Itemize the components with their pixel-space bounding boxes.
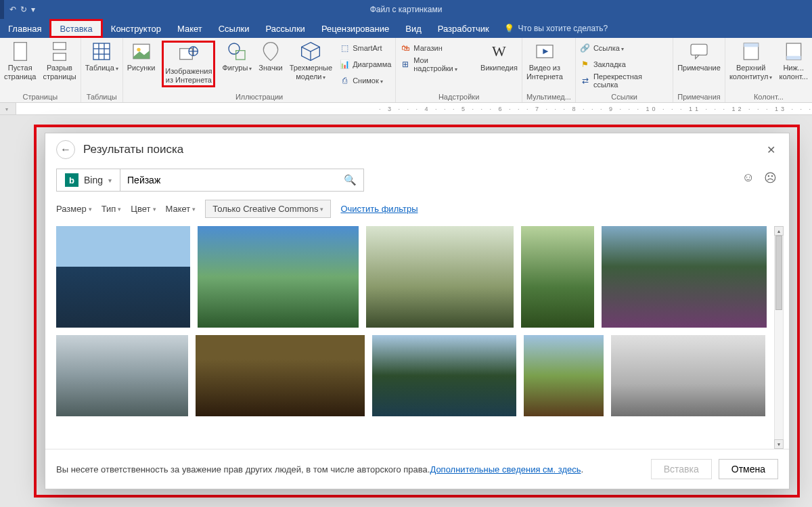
crossref-icon: ⇄ bbox=[580, 75, 591, 86]
ruler: ▾ · 3 · · · 4 · · · 5 · · · 6 · · · 7 · … bbox=[0, 103, 812, 115]
crossref-button[interactable]: ⇄Перекрестная ссылка bbox=[580, 73, 669, 88]
filter-color[interactable]: Цвет bbox=[131, 204, 156, 214]
tab-insert[interactable]: Вставка bbox=[49, 19, 102, 38]
feedback-icons: ☺ ☹ bbox=[742, 171, 777, 185]
bulb-icon: 💡 bbox=[504, 24, 514, 33]
page-break-button[interactable]: Разрыв страницы bbox=[43, 41, 76, 81]
search-input[interactable] bbox=[127, 175, 344, 185]
shapes-button[interactable]: Фигуры bbox=[222, 41, 252, 72]
titlebar: ↶ ↻ ▾ Файл с картинками bbox=[0, 0, 812, 19]
tab-design[interactable]: Конструктор bbox=[103, 19, 169, 38]
hyperlink-button[interactable]: 🔗Ссылка bbox=[580, 41, 669, 56]
screenshot-button[interactable]: ⎙Снимок bbox=[339, 73, 391, 88]
undo-icon[interactable]: ↶ bbox=[9, 5, 16, 14]
svg-rect-18 bbox=[691, 44, 707, 55]
tab-developer[interactable]: Разработчик bbox=[430, 19, 497, 38]
tell-me-label: Что вы хотите сделать? bbox=[518, 24, 608, 33]
svg-rect-2 bbox=[53, 53, 66, 61]
svg-marker-19 bbox=[696, 55, 699, 58]
svg-rect-13 bbox=[236, 51, 245, 60]
tab-layout[interactable]: Макет bbox=[169, 19, 210, 38]
svg-rect-23 bbox=[786, 56, 800, 60]
scroll-thumb[interactable] bbox=[775, 236, 782, 310]
wikipedia-icon: W bbox=[488, 41, 510, 62]
smartart-button[interactable]: ⬚SmartArt bbox=[339, 41, 391, 56]
tab-review[interactable]: Рецензирование bbox=[313, 19, 397, 38]
scroll-down-button[interactable]: ▾ bbox=[774, 439, 784, 449]
result-thumb[interactable] bbox=[198, 226, 359, 328]
result-thumb[interactable] bbox=[56, 335, 188, 416]
tell-me[interactable]: 💡 Что вы хотите сделать? bbox=[497, 19, 608, 38]
clear-filters-link[interactable]: Очистить фильтры bbox=[340, 204, 418, 214]
footer-link[interactable]: Дополнительные сведения см. здесь bbox=[430, 464, 581, 475]
results-scrollbar[interactable]: ▴ ▾ bbox=[774, 226, 784, 449]
chart-button[interactable]: 📊Диаграмма bbox=[339, 57, 391, 72]
smile-icon[interactable]: ☺ bbox=[742, 171, 754, 185]
filter-size[interactable]: Размер bbox=[56, 204, 92, 214]
group-label-comments: Примечания bbox=[677, 91, 721, 101]
frown-icon[interactable]: ☹ bbox=[764, 171, 777, 185]
online-pictures-button[interactable]: Изображения из Интернета bbox=[162, 41, 215, 87]
result-thumb[interactable] bbox=[602, 226, 767, 328]
tab-references[interactable]: Ссылки bbox=[210, 19, 258, 38]
tab-home[interactable]: Главная bbox=[0, 19, 49, 38]
footer-button[interactable]: Ниж... колонт... bbox=[779, 41, 808, 81]
search-box: 🔍 bbox=[120, 169, 364, 192]
redo-icon[interactable]: ↻ bbox=[20, 5, 27, 14]
footer-buttons: Вставка Отмена bbox=[651, 459, 778, 479]
result-thumb[interactable] bbox=[196, 335, 365, 416]
scroll-track[interactable] bbox=[774, 236, 784, 439]
comment-icon bbox=[688, 41, 710, 62]
group-addins: 🛍Магазин ⊞Мои надстройки W Википедия Над… bbox=[396, 38, 522, 102]
group-label-illustrations: Иллюстрации bbox=[127, 91, 392, 101]
cube-icon bbox=[300, 41, 321, 62]
comment-button[interactable]: Примечание bbox=[677, 41, 721, 72]
wikipedia-button[interactable]: W Википедия bbox=[480, 41, 518, 72]
online-video-button[interactable]: Видео из Интернета bbox=[526, 41, 563, 81]
store-button[interactable]: 🛍Магазин bbox=[400, 41, 474, 56]
result-thumb[interactable] bbox=[521, 226, 594, 328]
scroll-up-button[interactable]: ▴ bbox=[774, 226, 784, 236]
thumb-row-1 bbox=[56, 226, 770, 328]
video-icon bbox=[534, 41, 556, 62]
footer-text: Вы несете ответственность за уважение пр… bbox=[56, 464, 430, 475]
filter-type[interactable]: Тип bbox=[102, 204, 122, 214]
header-button[interactable]: Верхний колонтитул bbox=[729, 41, 773, 81]
icons-button[interactable]: Значки bbox=[258, 41, 282, 72]
bookmark-button[interactable]: ⚑Закладка bbox=[580, 57, 669, 72]
back-button[interactable]: ← bbox=[56, 140, 75, 159]
close-button[interactable]: ✕ bbox=[764, 141, 778, 159]
ribbon-body: Пустая страница Разрыв страницы Страницы… bbox=[0, 38, 812, 103]
search-row: b Bing ▾ 🔍 bbox=[45, 162, 789, 196]
result-thumb[interactable] bbox=[366, 226, 514, 328]
shapes-icon bbox=[226, 41, 248, 62]
group-label-pages: Страницы bbox=[4, 91, 76, 101]
store-icon: 🛍 bbox=[400, 43, 411, 53]
tab-view[interactable]: Вид bbox=[397, 19, 430, 38]
bing-provider-button[interactable]: b Bing ▾ bbox=[56, 169, 120, 192]
svg-point-12 bbox=[229, 43, 240, 54]
online-pictures-dialog: ← Результаты поиска ✕ ☺ ☹ b Bing ▾ 🔍 Раз… bbox=[45, 133, 790, 489]
online-pictures-icon bbox=[178, 44, 200, 66]
blank-page-icon bbox=[9, 41, 31, 62]
result-thumb[interactable] bbox=[372, 335, 516, 416]
pictures-button[interactable]: Рисунки bbox=[127, 41, 156, 72]
qat-dropdown-icon[interactable]: ▾ bbox=[31, 5, 35, 14]
table-icon bbox=[91, 41, 112, 62]
result-thumb[interactable] bbox=[611, 335, 765, 416]
icons-icon bbox=[260, 41, 281, 62]
result-thumb[interactable] bbox=[524, 335, 604, 416]
filter-cc-only[interactable]: Только Creative Commons bbox=[205, 200, 331, 218]
filter-layout[interactable]: Макет bbox=[166, 204, 196, 214]
table-button[interactable]: Таблица bbox=[85, 41, 118, 72]
3dmodels-button[interactable]: Трехмерные модели bbox=[290, 41, 333, 81]
blank-page-button[interactable]: Пустая страница bbox=[4, 41, 36, 81]
tab-mailings[interactable]: Рассылки bbox=[258, 19, 313, 38]
group-label-headerfooter: Колонт... bbox=[729, 91, 808, 101]
links-stack: 🔗Ссылка ⚑Закладка ⇄Перекрестная ссылка bbox=[580, 41, 669, 88]
search-icon[interactable]: 🔍 bbox=[344, 174, 357, 186]
cancel-button[interactable]: Отмена bbox=[719, 459, 778, 479]
result-thumb[interactable] bbox=[56, 226, 190, 328]
my-addins-button[interactable]: ⊞Мои надстройки bbox=[400, 57, 474, 72]
thumb-row-2 bbox=[56, 335, 770, 416]
